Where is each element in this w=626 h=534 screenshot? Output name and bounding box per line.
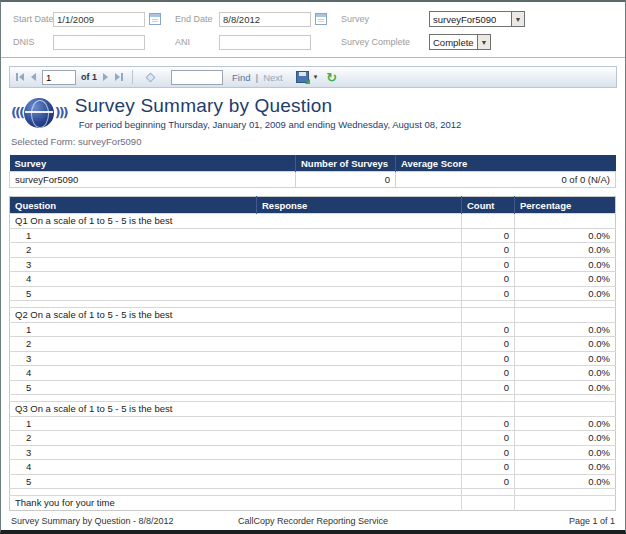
question-text-cell: Thank you for your time [10, 496, 462, 511]
count-cell: 0 [462, 474, 515, 489]
end-date-input[interactable] [219, 12, 311, 27]
response-row: 200.0% [10, 431, 616, 446]
number-of-surveys-column-header: Number of Surveys [296, 155, 396, 172]
response-label-cell: 1 [10, 228, 462, 243]
find-button[interactable]: Find [232, 72, 250, 83]
refresh-icon[interactable]: ↻ [326, 71, 337, 84]
response-label-cell: 2 [10, 337, 462, 352]
response-row: 400.0% [10, 366, 616, 381]
survey-select-value: surveyFor5090 [433, 14, 496, 25]
gap-cell [10, 395, 462, 402]
last-page-button[interactable] [114, 72, 124, 82]
percentage-cell: 0.0% [515, 351, 616, 366]
response-row: 500.0% [10, 286, 616, 301]
response-label-cell: 5 [10, 474, 462, 489]
survey-complete-label: Survey Complete [341, 37, 425, 47]
count-cell: 0 [462, 351, 515, 366]
question-header-row: Question Response Count Percentage [10, 197, 616, 214]
count-cell: 0 [462, 366, 515, 381]
ani-input[interactable] [219, 35, 311, 50]
response-row: 500.0% [10, 380, 616, 395]
group-gap-row [10, 395, 616, 402]
report-window: Start Date End Date Survey surveyFor5090… [0, 0, 626, 534]
count-cell: 0 [462, 257, 515, 272]
percentage-cell: 0.0% [515, 445, 616, 460]
response-label-cell: 4 [10, 366, 462, 381]
gap-cell [515, 489, 616, 496]
parent-report-icon[interactable] [146, 72, 156, 82]
response-label-cell: 3 [10, 351, 462, 366]
count-cell: 0 [462, 272, 515, 287]
response-label-cell: 1 [10, 416, 462, 431]
selected-form-line: Selected Form: surveyFor5090 [11, 136, 625, 147]
question-group-row: Q1 On a scale of 1 to 5 - 5 is the best [10, 214, 616, 229]
dnis-input[interactable] [53, 35, 145, 50]
summary-header-row: Survey Number of Surveys Average Score [10, 155, 616, 172]
count-cell: 0 [462, 445, 515, 460]
find-text-input[interactable] [171, 70, 223, 85]
count-cell: 0 [462, 460, 515, 475]
start-date-input[interactable] [53, 12, 145, 27]
percentage-cell: 0.0% [515, 228, 616, 243]
survey-select[interactable]: surveyFor5090 ▼ [429, 11, 525, 27]
survey-name-cell: surveyFor5090 [10, 172, 296, 188]
response-label-cell: 4 [10, 272, 462, 287]
survey-summary-table: Survey Number of Surveys Average Score s… [9, 155, 616, 188]
start-date-label: Start Date [13, 14, 49, 24]
percentage-cell [515, 308, 616, 323]
question-text-cell: Q2 On a scale of 1 to 5 - 5 is the best [10, 308, 462, 323]
count-cell: 0 [462, 380, 515, 395]
first-page-button[interactable] [15, 72, 25, 82]
gap-cell [462, 489, 515, 496]
next-page-button[interactable] [102, 72, 109, 82]
percentage-cell: 0.0% [515, 431, 616, 446]
page-title: Survey Summary by Question [75, 95, 462, 117]
response-label-cell: 4 [10, 460, 462, 475]
response-row: 100.0% [10, 416, 616, 431]
response-label-cell: 3 [10, 257, 462, 272]
question-group-row: Q3 On a scale of 1 to 5 - 5 is the best [10, 402, 616, 417]
response-label-cell: 2 [10, 431, 462, 446]
group-gap-row [10, 301, 616, 308]
average-score-column-header: Average Score [396, 155, 616, 172]
count-cell: 0 [462, 322, 515, 337]
count-cell: 0 [462, 243, 515, 258]
response-row: 200.0% [10, 337, 616, 352]
response-row: 500.0% [10, 474, 616, 489]
question-group-row: Thank you for your time [10, 496, 616, 511]
percentage-cell [515, 214, 616, 229]
footer-page-label: Page 1 of 1 [569, 516, 615, 526]
response-row: 100.0% [10, 322, 616, 337]
percentage-cell: 0.0% [515, 337, 616, 352]
calendar-icon[interactable] [315, 13, 327, 25]
survey-label: Survey [341, 14, 425, 24]
previous-page-button[interactable] [30, 72, 37, 82]
response-row: 400.0% [10, 460, 616, 475]
survey-complete-select[interactable]: Complete ▼ [429, 34, 491, 50]
export-save-icon[interactable] [296, 71, 309, 83]
gap-cell [462, 395, 515, 402]
count-column-header: Count [462, 197, 515, 214]
calendar-icon[interactable] [149, 13, 161, 25]
percentage-cell [515, 402, 616, 417]
response-label-cell: 2 [10, 243, 462, 258]
count-cell: 0 [462, 337, 515, 352]
find-next-separator: | [256, 72, 259, 83]
response-row: 200.0% [10, 243, 616, 258]
selected-form-value: surveyFor5090 [78, 136, 141, 147]
percentage-cell: 0.0% [515, 380, 616, 395]
find-next-button[interactable]: Next [263, 72, 283, 83]
chevron-down-icon[interactable]: ▼ [477, 35, 490, 49]
page-count-label: of 1 [81, 72, 97, 82]
ani-label: ANI [175, 37, 215, 47]
survey-complete-value: Complete [433, 37, 474, 48]
page-number-input[interactable] [42, 70, 76, 85]
percentage-cell: 0.0% [515, 257, 616, 272]
export-dropdown-caret-icon[interactable]: ▾ [314, 73, 318, 81]
chevron-down-icon[interactable]: ▼ [511, 12, 524, 26]
footer-service-name: CallCopy Recorder Reporting Service [11, 516, 615, 526]
question-column-header: Question [10, 197, 257, 214]
response-label-cell: 1 [10, 322, 462, 337]
percentage-cell: 0.0% [515, 286, 616, 301]
gap-cell [515, 301, 616, 308]
